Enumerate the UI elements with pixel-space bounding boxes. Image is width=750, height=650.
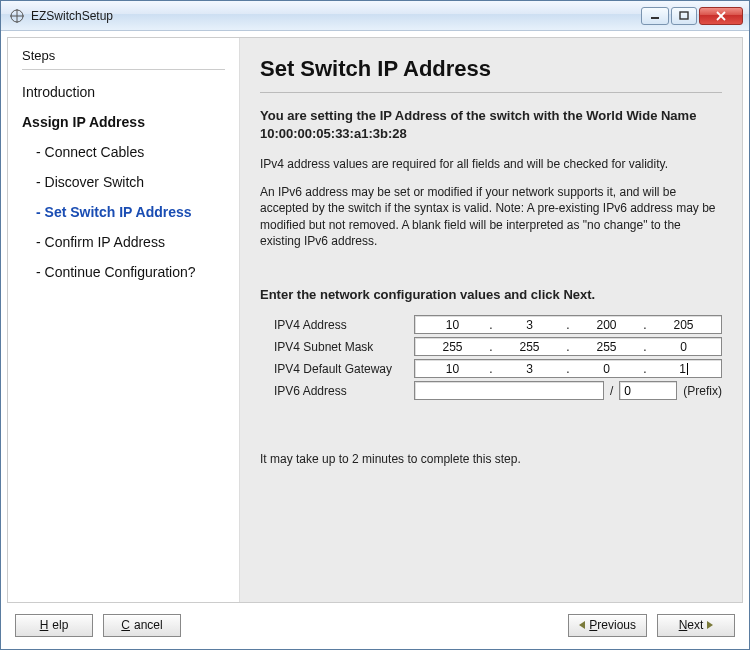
steps-separator xyxy=(22,69,225,70)
step-assign-ip[interactable]: Assign IP Address xyxy=(22,114,225,130)
steps-header: Steps xyxy=(22,48,225,63)
row-ipv4-mask: IPV4 Subnet Mask 255. 255. 255. 0 xyxy=(274,337,722,356)
timing-note: It may take up to 2 minutes to complete … xyxy=(260,451,722,467)
ipv4-addr-oct4[interactable]: 205 xyxy=(648,318,719,332)
title-separator xyxy=(260,92,722,93)
label-ipv4-gateway: IPV4 Default Gateway xyxy=(274,362,414,376)
ipv4-mask-oct2[interactable]: 255 xyxy=(494,340,565,354)
label-ipv4-mask: IPV4 Subnet Mask xyxy=(274,340,414,354)
app-icon xyxy=(9,8,25,24)
minimize-button[interactable] xyxy=(641,7,669,25)
maximize-button[interactable] xyxy=(671,7,697,25)
ipv4-gateway-input[interactable]: 10. 3. 0. 1 xyxy=(414,359,722,378)
ipv4-gw-oct3[interactable]: 0 xyxy=(571,362,642,376)
previous-button[interactable]: Previous xyxy=(568,614,647,637)
ipv4-addr-oct3[interactable]: 200 xyxy=(571,318,642,332)
ipv4-gw-oct4[interactable]: 1 xyxy=(648,362,719,376)
ipv4-mask-oct3[interactable]: 255 xyxy=(571,340,642,354)
text-caret xyxy=(687,363,688,375)
lead-text: You are setting the IP Address of the sw… xyxy=(260,107,722,142)
svg-rect-4 xyxy=(680,12,688,19)
label-ipv4-address: IPV4 Address xyxy=(274,318,414,332)
window-body: Steps Introduction Assign IP Address - C… xyxy=(1,31,749,649)
ipv4-mask-oct4[interactable]: 0 xyxy=(648,340,719,354)
app-window: EZSwitchSetup Steps Introduction Assign … xyxy=(0,0,750,650)
label-prefix: (Prefix) xyxy=(683,384,722,398)
substep-confirm-ip[interactable]: - Confirm IP Address xyxy=(36,234,225,250)
cancel-button[interactable]: Cancel xyxy=(103,614,181,637)
substep-set-switch-ip[interactable]: - Set Switch IP Address xyxy=(36,204,225,220)
ipv4-address-input[interactable]: 10. 3. 200. 205 xyxy=(414,315,722,334)
ipv4-mask-input[interactable]: 255. 255. 255. 0 xyxy=(414,337,722,356)
next-button[interactable]: Next xyxy=(657,614,735,637)
substep-connect-cables[interactable]: - Connect Cables xyxy=(36,144,225,160)
ipv4-gw-oct2[interactable]: 3 xyxy=(494,362,565,376)
steps-sidebar: Steps Introduction Assign IP Address - C… xyxy=(8,38,240,602)
row-ipv4-address: IPV4 Address 10. 3. 200. 205 xyxy=(274,315,722,334)
page-title: Set Switch IP Address xyxy=(260,56,722,82)
arrow-left-icon xyxy=(579,621,585,629)
help-button[interactable]: Help xyxy=(15,614,93,637)
info-ipv6: An IPv6 address may be set or modified i… xyxy=(260,184,722,249)
info-ipv4: IPv4 address values are required for all… xyxy=(260,156,722,172)
window-title: EZSwitchSetup xyxy=(31,9,641,23)
step-introduction[interactable]: Introduction xyxy=(22,84,225,100)
close-button[interactable] xyxy=(699,7,743,25)
row-ipv6-address: IPV6 Address / (Prefix) xyxy=(274,381,722,400)
titlebar: EZSwitchSetup xyxy=(1,1,749,31)
row-ipv4-gateway: IPV4 Default Gateway 10. 3. 0. 1 xyxy=(274,359,722,378)
footer-bar: Help Cancel Previous Next xyxy=(7,603,743,643)
ipv4-gw-oct1[interactable]: 10 xyxy=(417,362,488,376)
main-panel: Set Switch IP Address You are setting th… xyxy=(240,38,742,602)
arrow-right-icon xyxy=(707,621,713,629)
window-controls xyxy=(641,7,743,25)
ipv6-prefix-input[interactable] xyxy=(619,381,677,400)
network-form: IPV4 Address 10. 3. 200. 205 IPV4 Subnet… xyxy=(274,312,722,403)
content-area: Steps Introduction Assign IP Address - C… xyxy=(7,37,743,603)
ipv4-addr-oct1[interactable]: 10 xyxy=(417,318,488,332)
form-section-label: Enter the network configuration values a… xyxy=(260,287,722,302)
substep-continue-config[interactable]: - Continue Configuration? xyxy=(36,264,225,280)
ipv6-slash: / xyxy=(610,384,613,398)
ipv4-addr-oct2[interactable]: 3 xyxy=(494,318,565,332)
label-ipv6-address: IPV6 Address xyxy=(274,384,414,398)
ipv6-address-input[interactable] xyxy=(414,381,604,400)
ipv4-mask-oct1[interactable]: 255 xyxy=(417,340,488,354)
substep-discover-switch[interactable]: - Discover Switch xyxy=(36,174,225,190)
